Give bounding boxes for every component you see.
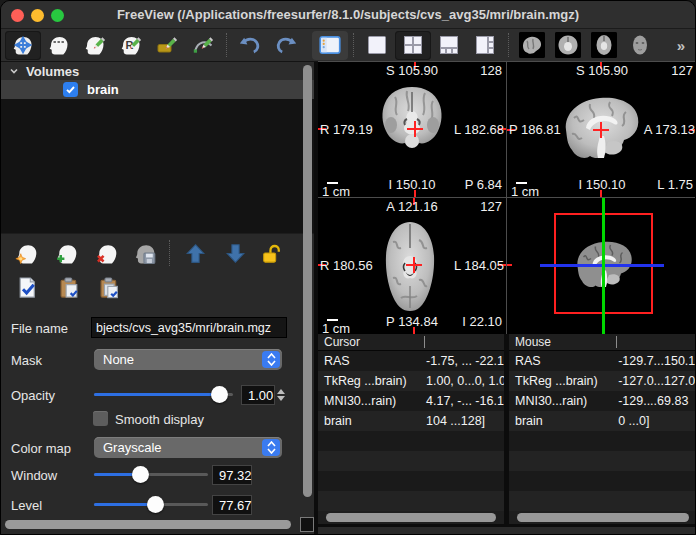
volume-close-button[interactable]	[89, 238, 125, 268]
coronal-view[interactable]: S 105.90 128 R 179.19 L 182.68 I 150.10 …	[318, 62, 506, 197]
level-slider[interactable]	[94, 495, 208, 513]
mask-selected-value: None	[103, 352, 134, 367]
layout-2x2-button[interactable]	[395, 31, 431, 60]
sagittal-view[interactable]: S 105.90 127 P 186.81 A 173.13 I 150.10 …	[507, 62, 696, 197]
panel-horizontal-scrollbar[interactable]	[5, 520, 291, 529]
volume-save-button[interactable]	[127, 238, 163, 268]
row-value: -129.7...150.10	[616, 354, 696, 368]
axial-view-button[interactable]	[586, 31, 622, 60]
show-all-layers-button[interactable]	[9, 272, 45, 302]
cursor-header-label: Cursor	[324, 335, 360, 349]
unlocked-padlock-icon	[259, 241, 284, 266]
axial-view[interactable]: A 121.16 127 R 180.56 L 184.05 P 134.84 …	[318, 198, 506, 334]
row-label: TkReg ...brain)	[318, 374, 424, 388]
layout-2x2-icon	[401, 33, 425, 57]
coord-inferior: I 22.10	[462, 314, 502, 329]
panel-vertical-scrollbar[interactable]	[303, 65, 312, 497]
coord-posterior: P 134.84	[386, 314, 438, 329]
minimize-window-button[interactable]	[31, 9, 44, 22]
freeview-window: FreeView (/Applications/freesurfer/8.1.0…	[0, 0, 696, 535]
volume-new-button[interactable]	[9, 238, 45, 268]
mask-dropdown[interactable]: None	[94, 349, 282, 370]
roi-edit-tool-button[interactable]	[149, 31, 185, 60]
coronal-view-button[interactable]	[550, 31, 586, 60]
clipboard-copy-icon	[56, 274, 83, 301]
move-layer-up-button[interactable]	[177, 238, 213, 268]
volume-list-item-brain[interactable]: brain	[1, 80, 314, 99]
coord-posterior: P 6.84	[465, 177, 502, 192]
row-label: MNI30...rain)	[318, 394, 424, 408]
layout-1n3-horizontal-button[interactable]	[467, 31, 503, 60]
roi-edit-icon	[154, 32, 180, 58]
mouse-table-scrollbar[interactable]	[509, 511, 696, 524]
volumes-section-header[interactable]: Volumes	[1, 62, 314, 80]
pointset-edit-tool-button[interactable]	[185, 31, 221, 60]
color-map-dropdown[interactable]: Grayscale	[94, 437, 282, 458]
row-value: 104 ...128]	[424, 414, 504, 428]
level-value[interactable]: 77.67	[212, 495, 252, 515]
opacity-label: Opacity	[11, 388, 55, 403]
row-value: -1.75, ... -22.1	[424, 354, 504, 368]
opacity-slider[interactable]	[94, 385, 233, 403]
toolbar-overflow-button[interactable]: »	[677, 37, 691, 54]
sagittal-view-button[interactable]	[514, 31, 550, 60]
close-window-button[interactable]	[11, 9, 24, 22]
layout-1n3-icon	[437, 33, 461, 57]
stepper-up-icon	[277, 389, 285, 394]
coord-right: R 179.19	[320, 121, 373, 136]
table-row: MNI30...rain) -129....69.83	[509, 391, 696, 411]
paste-settings-button[interactable]	[91, 272, 127, 302]
opacity-value[interactable]: 1.00	[241, 385, 275, 405]
pointset-edit-icon	[190, 32, 216, 58]
navigate-head-icon	[10, 32, 36, 58]
scale-label: 1 cm	[322, 184, 350, 197]
copy-settings-button[interactable]	[51, 272, 87, 302]
title-bar: FreeView (/Applications/freesurfer/8.1.0…	[1, 1, 695, 29]
arrow-up-icon	[183, 241, 208, 266]
volume-visible-checkbox[interactable]	[63, 82, 78, 97]
measure-tool-button[interactable]	[41, 31, 77, 60]
volume-item-label: brain	[87, 82, 119, 97]
lock-layer-button[interactable]	[253, 238, 289, 268]
toolbar-separator	[353, 33, 354, 57]
window-slider[interactable]	[94, 465, 208, 483]
mouse-table: Mouse RAS -129.7...150.10 TkReg ...brain…	[509, 334, 696, 524]
slider-thumb[interactable]	[147, 496, 164, 513]
slider-thumb[interactable]	[211, 386, 228, 403]
smooth-display-checkbox[interactable]	[93, 411, 108, 426]
recon-edit-head-icon: R	[118, 32, 144, 58]
row-value: -129....69.83	[616, 394, 696, 408]
axis-line-green	[602, 198, 605, 334]
window-value[interactable]: 97.32	[212, 465, 252, 485]
3d-view[interactable]	[507, 198, 696, 334]
row-value: 4.17, -... -16.13	[424, 394, 504, 408]
redo-button[interactable]	[268, 31, 304, 60]
recon-edit-tool-button[interactable]: R	[113, 31, 149, 60]
volume-load-button[interactable]	[49, 238, 85, 268]
slider-fill	[94, 393, 220, 397]
slider-thumb[interactable]	[132, 466, 149, 483]
layer-list-area[interactable]	[1, 99, 314, 234]
arrow-down-icon	[223, 241, 248, 266]
zoom-window-button[interactable]	[51, 9, 64, 22]
file-name-input[interactable]	[91, 317, 287, 338]
cursor-table-scrollbar[interactable]	[318, 511, 504, 524]
table-row: brain 104 ...128]	[318, 411, 504, 431]
undo-button[interactable]	[232, 31, 268, 60]
layout-1x1-button[interactable]	[359, 31, 395, 60]
coordinate-tables: Cursor RAS -1.75, ... -22.1 TkReg ...bra…	[318, 334, 696, 535]
3d-view-button[interactable]	[622, 31, 658, 60]
opacity-stepper[interactable]	[275, 385, 287, 405]
voxel-edit-tool-button[interactable]	[77, 31, 113, 60]
table-row: TkReg ...brain) -127.0...127.00	[509, 371, 696, 391]
navigate-tool-button[interactable]	[5, 31, 41, 60]
toggle-control-panel-button[interactable]	[312, 31, 348, 60]
column-separator[interactable]	[616, 336, 617, 348]
column-separator[interactable]	[424, 336, 425, 348]
layout-1n3-button[interactable]	[431, 31, 467, 60]
coord-posterior: P 186.81	[509, 121, 561, 136]
row-value: 0 ...0]	[616, 414, 696, 428]
level-label: Level	[11, 498, 42, 513]
toolbar-separator	[508, 33, 509, 57]
move-layer-down-button[interactable]	[217, 238, 253, 268]
